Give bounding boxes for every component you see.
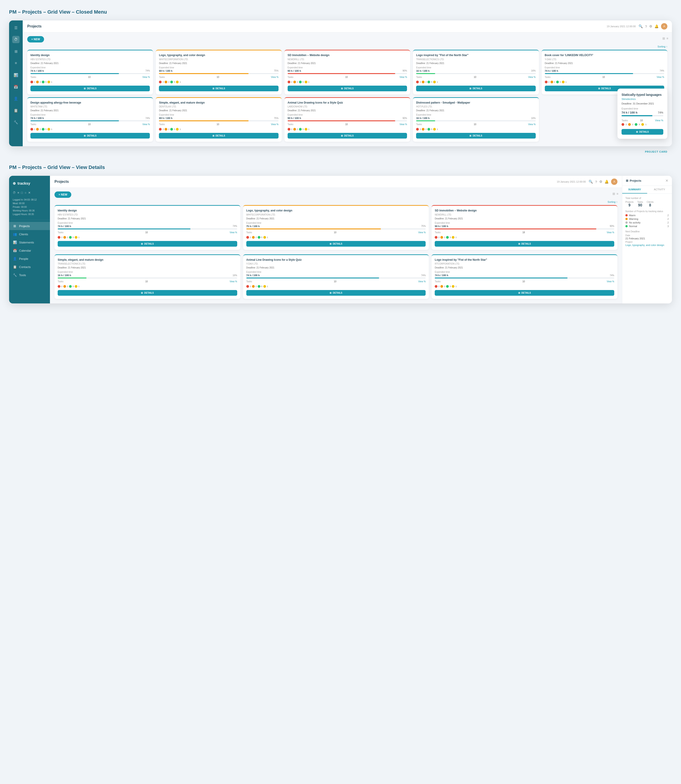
list-view-icon[interactable]: ≡ [667, 37, 668, 40]
details-button[interactable]: ⊞ DETAILS [435, 290, 614, 296]
next-deadline-section: Next Deadline Date 21 February 2021 Proj… [626, 230, 669, 246]
details-button[interactable]: ⊞ DETAILS [246, 241, 426, 247]
tasks-count: 10 [474, 76, 476, 78]
card-deadline: Deadline: 21 February 2021 [435, 267, 614, 269]
help-icon[interactable]: ? [645, 25, 647, 29]
popup-task-dots: 2 2 5 1 [621, 123, 663, 126]
popup-details-button[interactable]: ⊞ DETAILS [621, 129, 663, 135]
tasks-view[interactable]: View % [271, 76, 279, 78]
tasks-view[interactable]: View % [230, 231, 237, 234]
list-view-icon-2[interactable]: ≡ [616, 192, 618, 195]
tasks-view[interactable]: View % [143, 76, 150, 78]
sorting-label-2[interactable]: Sorting ↑ [608, 200, 618, 203]
sidebar-item-projects[interactable]: ⊞Projects [9, 222, 50, 230]
progress-bar [58, 278, 237, 278]
dot-yellow-count: 1 [179, 128, 181, 130]
settings-icon-2[interactable]: ⚙ [599, 179, 602, 184]
help-icon-2[interactable]: ? [595, 180, 597, 184]
details-button[interactable]: ⊞ DETAILS [288, 86, 407, 91]
tasks-view[interactable]: View % [399, 123, 407, 125]
details-button[interactable]: ⊞ DETAILS [416, 133, 535, 138]
details-button[interactable]: ⊞ DETAILS [58, 241, 237, 247]
details-button[interactable]: ⊞ DETAILS [288, 133, 407, 138]
logo-icon: ⊕ [13, 181, 16, 186]
tasks-view[interactable]: View % [657, 76, 664, 78]
tasks-count: 10 [602, 76, 605, 78]
details-button[interactable]: ⊞ DETAILS [30, 86, 150, 91]
tasks-view[interactable]: View % [607, 231, 614, 234]
tasks-view[interactable]: View % [143, 123, 150, 125]
tasks-view[interactable]: View % [418, 280, 426, 283]
sidebar-tools-icon[interactable]: 🔧 [12, 119, 19, 126]
avatar-1[interactable]: A [661, 23, 667, 30]
search-icon[interactable]: 🔍 [638, 24, 643, 29]
sidebar-item-clients[interactable]: 👥Clients [9, 230, 50, 238]
tasks-view[interactable]: View % [607, 280, 614, 283]
sidebar-contacts-icon[interactable]: 📋 [12, 107, 19, 114]
task-dots: 2 2 5 1 [288, 81, 407, 83]
nav-label: People [19, 257, 28, 260]
menu-dots-1[interactable]: ≡ [17, 191, 19, 194]
tab-summary[interactable]: SUMMARY [622, 186, 647, 194]
card-time-pct: 74% [145, 117, 150, 119]
user-info: Logged In: 04:03: 08:12 Meal: 00:00 Priv… [9, 197, 50, 220]
progress-fill [288, 73, 395, 74]
details-button[interactable]: ⊞ DETAILS [416, 86, 535, 91]
menu-dots-3[interactable]: ○ [25, 191, 26, 194]
progress-fill [30, 121, 119, 121]
tasks-view[interactable]: View % [528, 123, 535, 125]
progress-bar [246, 278, 426, 278]
sidebar-chart-icon[interactable]: 📊 [12, 71, 19, 79]
new-project-button[interactable]: + NEW [27, 36, 44, 43]
details-button[interactable]: ⊞ DETAILS [435, 241, 614, 247]
tab-activity[interactable]: ACTIVITY [647, 186, 672, 194]
tasks-view[interactable]: View % [528, 76, 535, 78]
card-time-pct: 90% [610, 225, 614, 227]
dot-yellow-count: 1 [308, 81, 309, 83]
deadline-project-value: Logo, typography, and color design [626, 244, 669, 246]
sidebar-item-contacts[interactable]: 📋Contacts [9, 263, 50, 271]
details-button[interactable]: ⊞ DETAILS [30, 133, 150, 138]
sorting-label-1[interactable]: Sorting ↑ [657, 45, 667, 48]
tasks-view[interactable]: View % [230, 280, 237, 283]
sidebar-item-people[interactable]: 👤People [9, 255, 50, 263]
details-grid-icon: ⊞ [84, 135, 86, 137]
panel-close-icon[interactable]: ✕ [665, 179, 668, 183]
bell-icon-2[interactable]: 🔔 [605, 179, 609, 184]
sidebar-item-calendar[interactable]: 📅Calendar [9, 246, 50, 255]
details-button[interactable]: ⊞ DETAILS [246, 290, 426, 296]
details-button[interactable]: ⊞ DETAILS [58, 290, 237, 296]
sidebar-list-icon[interactable]: ≡ [12, 60, 19, 67]
bell-icon[interactable]: 🔔 [654, 24, 659, 29]
new-project-button-2[interactable]: + NEW [54, 192, 71, 198]
details-button[interactable]: ⊞ DETAILS [159, 86, 278, 91]
grid-view-icon[interactable]: ⊞ [662, 37, 665, 40]
tasks-view[interactable]: View % [271, 123, 279, 125]
sidebar-menu-icon[interactable]: ☰ [12, 24, 19, 31]
menu-dots-2[interactable]: □ [21, 191, 23, 194]
sidebar-item-statements[interactable]: 📊Statements [9, 238, 50, 246]
avatar-2[interactable]: A [611, 179, 618, 185]
dot-yellow [562, 81, 565, 83]
details-button[interactable]: ⊞ DETAILS [159, 133, 278, 138]
sidebar-clock-icon[interactable]: ⏱ [12, 36, 19, 43]
sidebar-calendar-icon[interactable]: 📅 [12, 83, 19, 90]
dot-orange-count: 2 [40, 81, 41, 83]
grid-view-icon-2[interactable]: ⊞ [613, 192, 615, 195]
close-sidebar-icon[interactable]: ✕ [28, 191, 31, 194]
timer-icon[interactable]: ⏱ [13, 191, 16, 194]
card-time-pct: 74% [145, 70, 150, 72]
sidebar-people-icon[interactable]: 👤 [12, 95, 19, 102]
tasks-count: 10 [88, 123, 90, 125]
sidebar-item-tools[interactable]: 🔧Tools [9, 271, 50, 279]
panel-title: ⊞ Projects [626, 179, 641, 183]
search-icon-2[interactable]: 🔍 [589, 179, 593, 184]
tasks-view[interactable]: View % [399, 76, 407, 78]
sidebar-grid-icon[interactable]: ⊞ [12, 48, 19, 55]
card-time-row: 69 h / 100 h 75% [159, 70, 278, 72]
tasks-view[interactable]: View % [418, 231, 426, 234]
settings-icon[interactable]: ⚙ [649, 24, 652, 29]
details-icon: ⊞ [636, 130, 638, 133]
details-grid-icon: ⊞ [341, 135, 343, 137]
tasks-label: Tasks [435, 280, 440, 283]
